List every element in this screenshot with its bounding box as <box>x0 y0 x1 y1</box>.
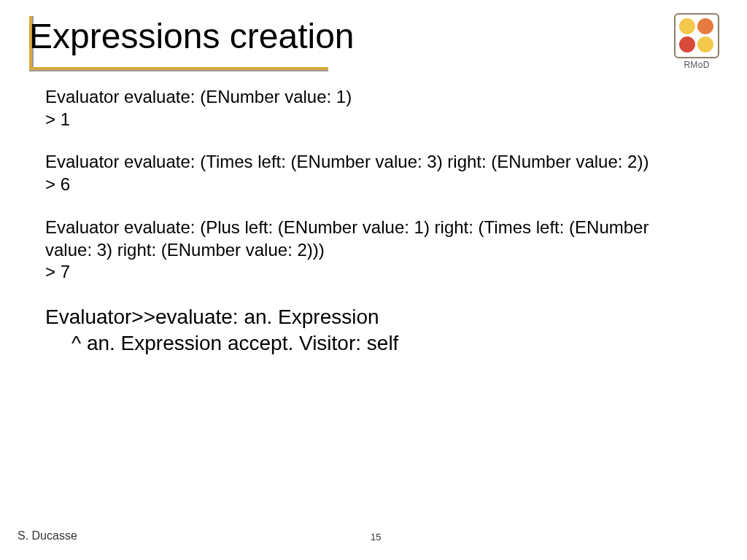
footer-page-number: 15 <box>371 532 381 542</box>
code-line: > 7 <box>45 261 694 284</box>
code-line: > 6 <box>45 174 694 196</box>
rmod-logo-icon <box>674 13 719 58</box>
slide-title: Expressions creation <box>29 16 627 56</box>
logo-dot-icon <box>679 18 695 34</box>
code-line: Evaluator evaluate: (ENumber value: 1) <box>45 86 694 109</box>
logo-dot-icon <box>697 18 713 34</box>
code-line: ^ an. Expression accept. Visitor: self <box>45 330 694 357</box>
code-line: Evaluator>>evaluate: an. Expression <box>45 304 694 330</box>
code-block-4: Evaluator>>evaluate: an. Expression ^ an… <box>45 304 694 357</box>
rmod-logo: RMoD <box>668 13 725 70</box>
code-block-1: Evaluator evaluate: (ENumber value: 1) >… <box>45 86 694 131</box>
content-area: Evaluator evaluate: (ENumber value: 1) >… <box>45 86 694 378</box>
code-line: > 1 <box>45 109 694 131</box>
code-line: Evaluator evaluate: (Times left: (ENumbe… <box>45 151 694 174</box>
logo-dot-icon <box>697 36 713 52</box>
code-block-3: Evaluator evaluate: (Plus left: (ENumber… <box>45 217 694 284</box>
footer-author: S. Ducasse <box>18 529 77 542</box>
code-line: Evaluator evaluate: (Plus left: (ENumber… <box>45 217 694 261</box>
logo-dot-icon <box>679 36 695 52</box>
title-block: Expressions creation <box>29 16 627 56</box>
code-block-2: Evaluator evaluate: (Times left: (ENumbe… <box>45 151 694 195</box>
title-rule-grey <box>29 70 328 71</box>
rmod-logo-label: RMoD <box>668 60 725 70</box>
slide: Expressions creation RMoD Evaluator eval… <box>0 0 747 560</box>
